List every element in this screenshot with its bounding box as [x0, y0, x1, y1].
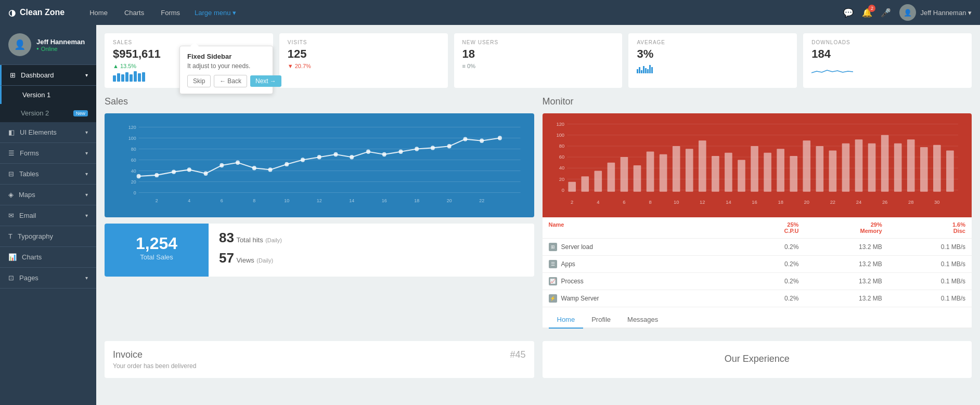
svg-text:80: 80 — [131, 146, 136, 151]
apps-label: Apps — [561, 260, 575, 268]
main-content: Fixed Sidebar It adjust to your needs. S… — [96, 25, 980, 405]
nav-link-forms[interactable]: Forms — [157, 7, 184, 19]
apps-cpu: 0.2% — [715, 260, 798, 268]
svg-point-32 — [252, 166, 256, 170]
bottom-row: Invoice #45 Your order has been delivere… — [105, 341, 972, 378]
dashboard-arrow: ▾ — [85, 72, 88, 78]
stat-label-average: AVERAGE — [637, 40, 789, 45]
sidebar-item-typography[interactable]: T Typography — [0, 226, 96, 247]
svg-rect-71 — [685, 149, 693, 192]
wamp-mem: 13.2 MB — [798, 295, 882, 302]
mic-icon[interactable]: 🎤 — [881, 8, 891, 18]
total-hits-name: Total hits — [236, 236, 263, 244]
svg-point-41 — [398, 150, 403, 154]
user-menu[interactable]: 👤 Jeff Hanneman ▾ — [899, 4, 972, 21]
avg-bar — [649, 65, 651, 73]
mini-bar — [117, 73, 120, 82]
sidebar-user-info: Jeff Hanneman Online — [36, 38, 85, 52]
server-load-disc: 0.1 MB/s — [882, 243, 965, 251]
invoice-description: Your order has been delivered — [113, 362, 526, 370]
sidebar-item-pages[interactable]: ⊡ Pages ▾ — [0, 268, 96, 289]
sidebar-user: 👤 Jeff Hanneman Online — [0, 25, 96, 65]
svg-rect-83 — [842, 143, 849, 192]
tab-messages[interactable]: Messages — [619, 311, 666, 328]
svg-rect-90 — [933, 145, 941, 192]
sidebar-item-email[interactable]: ✉ Email ▾ — [0, 205, 96, 226]
total-sales-number: 1,254 — [117, 234, 196, 253]
wamp-cpu: 0.2% — [715, 295, 798, 302]
neutral-icon: ≡ — [462, 63, 466, 69]
tooltip-title: Fixed Sidebar — [187, 53, 265, 60]
stat-label-sales: SALES — [113, 40, 265, 45]
stat-card-average: AVERAGE 3% — [628, 33, 797, 88]
svg-text:100: 100 — [556, 132, 564, 138]
stat-value-visits: 125 — [288, 47, 440, 61]
mini-bar — [125, 72, 128, 82]
svg-text:40: 40 — [131, 168, 136, 173]
back-label: Back — [227, 77, 241, 85]
chat-icon[interactable]: 💬 — [843, 8, 854, 18]
dashboard-icon: ⊞ — [10, 71, 16, 79]
stat-card-visits: VISITS 125 ▼ 20.7% — [279, 33, 448, 88]
stat-change-val-users: 0% — [467, 63, 475, 69]
views-name: Views — [236, 256, 254, 264]
svg-point-44 — [447, 144, 452, 148]
sidebar-item-dashboard[interactable]: ⊞ Dashboard ▾ — [0, 65, 96, 86]
svg-point-29 — [204, 172, 208, 176]
svg-rect-74 — [725, 153, 732, 192]
next-arrow-icon: → — [270, 77, 276, 85]
avg-bar — [637, 69, 638, 73]
nav-link-charts[interactable]: Charts — [120, 7, 148, 19]
tab-home[interactable]: Home — [549, 311, 584, 329]
sidebar-item-maps[interactable]: ◈ Maps ▾ — [0, 185, 96, 205]
pages-arrow: ▾ — [85, 275, 88, 281]
version1-label: Version 1 — [22, 91, 50, 99]
process-icon: 📈 — [549, 277, 557, 285]
sidebar-item-tables[interactable]: ⊟ Tables ▾ — [0, 164, 96, 185]
down-arrow-icon: ▼ — [288, 63, 293, 69]
svg-text:24: 24 — [856, 199, 861, 205]
experience-title: Our Experience — [551, 354, 964, 364]
svg-point-43 — [431, 146, 435, 150]
sidebar-submenu-version2[interactable]: Version 2 New — [0, 104, 96, 122]
large-menu[interactable]: Large menu ▾ — [195, 9, 236, 17]
sidebar-label-maps: Maps — [19, 191, 35, 199]
svg-text:2: 2 — [156, 198, 158, 203]
svg-rect-69 — [659, 154, 667, 192]
brand-icon: ◑ — [8, 8, 16, 18]
stat-label-visits: VISITS — [288, 40, 440, 45]
sidebar-item-ui[interactable]: ◧ UI Elements ▾ — [0, 122, 96, 143]
sidebar-item-charts[interactable]: 📊 Charts — [0, 247, 96, 268]
wamp-label: Wamp Server — [561, 295, 599, 302]
tables-arrow: ▾ — [85, 171, 88, 177]
svg-rect-77 — [764, 153, 771, 192]
invoice-title: Invoice — [113, 349, 143, 360]
stat-change-users: ≡ 0% — [462, 63, 614, 69]
sidebar-item-forms[interactable]: ☰ Forms ▾ — [0, 143, 96, 164]
next-button[interactable]: Next → — [250, 75, 281, 87]
svg-point-47 — [498, 136, 502, 140]
nav-link-home[interactable]: Home — [85, 7, 112, 19]
bell-icon[interactable]: 🔔 2 — [862, 8, 872, 18]
notification-badge: 2 — [868, 5, 875, 12]
svg-point-46 — [480, 139, 484, 143]
wamp-disc: 0.1 MB/s — [882, 295, 965, 302]
stat-label-users: NEW USERS — [462, 40, 614, 45]
svg-point-33 — [268, 167, 273, 172]
tab-profile[interactable]: Profile — [583, 311, 619, 328]
sidebar-label-typography: Typography — [18, 232, 53, 240]
svg-text:20: 20 — [559, 176, 564, 182]
col-header-name: Name — [549, 221, 716, 234]
svg-text:2: 2 — [571, 199, 573, 205]
top-nav: ◑ Clean Zone Home Charts Forms Large men… — [0, 0, 980, 25]
svg-text:10: 10 — [284, 198, 289, 203]
svg-point-38 — [350, 155, 354, 159]
svg-point-25 — [137, 174, 141, 178]
skip-button[interactable]: Skip — [187, 75, 211, 87]
svg-point-31 — [236, 161, 240, 165]
back-button[interactable]: ← Back — [214, 75, 247, 87]
ui-icon: ◧ — [8, 128, 15, 136]
sidebar-submenu-version1[interactable]: Version 1 — [0, 86, 96, 104]
svg-text:10: 10 — [673, 199, 678, 205]
svg-point-42 — [415, 147, 419, 151]
